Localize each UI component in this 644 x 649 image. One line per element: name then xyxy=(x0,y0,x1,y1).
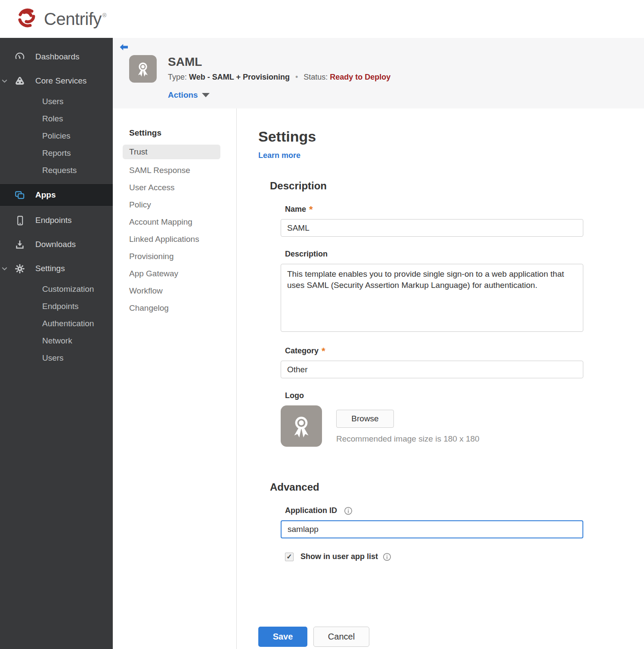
sidebar-item-label: Core Services xyxy=(35,76,87,86)
actions-label: Actions xyxy=(168,90,198,100)
subnav-item-provisioning[interactable]: Provisioning xyxy=(123,248,220,265)
subnav-item-policy[interactable]: Policy xyxy=(123,196,220,213)
logo-preview-badge-icon xyxy=(281,405,322,447)
sidebar-item-label: Users xyxy=(42,97,64,106)
sidebar-item-users[interactable]: Users xyxy=(0,93,113,110)
chevron-down-icon[interactable] xyxy=(1,77,8,84)
sidebar-item-label: Requests xyxy=(42,166,77,175)
name-field[interactable] xyxy=(281,219,583,237)
show-in-user-app-list-checkbox[interactable]: ✓ xyxy=(285,553,294,561)
cancel-button[interactable]: Cancel xyxy=(313,627,369,647)
subnav-item-linked-applications[interactable]: Linked Applications xyxy=(123,231,220,248)
sidebar-item-downloads[interactable]: Downloads xyxy=(0,232,113,257)
subnav-item-workflow[interactable]: Workflow xyxy=(123,282,220,300)
sidebar-item-reports[interactable]: Reports xyxy=(0,145,113,162)
subnav-item-app-gateway[interactable]: App Gateway xyxy=(123,265,220,282)
app-meta: Type: Web - SAML + Provisioning • Status… xyxy=(168,73,390,82)
description-section-heading: Description xyxy=(270,180,583,192)
sidebar-item-label: Apps xyxy=(35,190,56,200)
sidebar-item-label: Reports xyxy=(42,148,71,158)
type-value: Web - SAML + Provisioning xyxy=(189,73,290,81)
sidebar: Dashboards Core Services Users Roles xyxy=(0,38,113,649)
meta-separator: • xyxy=(295,73,298,81)
centrify-swirl-icon xyxy=(15,6,39,32)
required-asterisk: * xyxy=(322,349,325,353)
subnav-item-user-access[interactable]: User Access xyxy=(123,179,220,196)
description-field[interactable]: This template enables you to provide sin… xyxy=(281,264,583,332)
chevron-down-icon xyxy=(202,93,210,97)
logo-label: Logo xyxy=(285,391,304,400)
brand-wordmark: Centrify® xyxy=(44,9,106,29)
category-label: Category xyxy=(285,346,319,355)
apps-windows-icon xyxy=(14,189,25,201)
core-services-icon xyxy=(14,75,25,87)
description-label: Description xyxy=(285,250,328,259)
logo-size-hint: Recommended image size is 180 x 180 xyxy=(336,434,480,444)
check-icon: ✓ xyxy=(286,553,292,561)
name-label: Name xyxy=(285,205,306,214)
sidebar-item-users-settings[interactable]: Users xyxy=(0,349,113,367)
sidebar-item-core-services[interactable]: Core Services xyxy=(0,69,113,93)
sidebar-item-label: Network xyxy=(42,336,72,346)
sidebar-item-label: Endpoints xyxy=(42,302,79,311)
settings-form: Settings Learn more Description Name * D… xyxy=(237,108,583,649)
app-badge-icon xyxy=(129,55,157,83)
endpoint-phone-icon xyxy=(14,215,25,226)
info-icon[interactable] xyxy=(383,553,391,561)
sidebar-item-label: Dashboards xyxy=(35,52,79,62)
sidebar-item-dashboards[interactable]: Dashboards xyxy=(0,45,113,69)
sidebar-item-label: Roles xyxy=(42,114,63,124)
subnav-item-trust[interactable]: Trust xyxy=(123,145,220,159)
subnav-item-saml-response[interactable]: SAML Response xyxy=(123,162,220,179)
back-arrow-icon[interactable] xyxy=(119,42,129,53)
gear-icon xyxy=(14,263,25,274)
sidebar-item-label: Policies xyxy=(42,131,70,141)
save-button[interactable]: Save xyxy=(258,627,307,647)
subnav-item-changelog[interactable]: Changelog xyxy=(123,300,220,317)
dashboard-gauge-icon xyxy=(14,51,25,62)
sidebar-item-apps[interactable]: Apps xyxy=(0,184,113,206)
show-in-user-app-list-label: Show in user app list xyxy=(300,552,378,561)
download-icon xyxy=(14,239,25,250)
top-bar: Centrify® xyxy=(0,0,644,38)
sidebar-item-label: Customization xyxy=(42,284,94,294)
required-asterisk: * xyxy=(309,207,313,212)
registered-mark: ® xyxy=(102,12,106,19)
subnav-heading: Settings xyxy=(129,128,236,138)
advanced-section-heading: Advanced xyxy=(270,481,583,493)
sidebar-item-label: Authentication xyxy=(42,319,94,328)
category-field[interactable] xyxy=(281,361,583,378)
sidebar-item-customization[interactable]: Customization xyxy=(0,281,113,298)
sidebar-item-roles[interactable]: Roles xyxy=(0,110,113,127)
application-id-label: Application ID xyxy=(285,506,337,515)
sidebar-item-endpoints-settings[interactable]: Endpoints xyxy=(0,298,113,315)
chevron-down-icon[interactable] xyxy=(1,265,8,272)
type-label: Type: xyxy=(168,73,187,81)
status-label: Status: xyxy=(303,73,328,81)
sidebar-item-label: Settings xyxy=(35,264,65,273)
sidebar-item-network[interactable]: Network xyxy=(0,332,113,349)
sidebar-item-label: Downloads xyxy=(35,240,76,249)
sidebar-item-authentication[interactable]: Authentication xyxy=(0,315,113,332)
brand-logo: Centrify® xyxy=(15,6,106,32)
actions-dropdown[interactable]: Actions xyxy=(168,90,390,100)
sidebar-item-requests[interactable]: Requests xyxy=(0,162,113,179)
page-title: SAML xyxy=(168,55,390,69)
learn-more-link[interactable]: Learn more xyxy=(258,151,300,160)
browse-button[interactable]: Browse xyxy=(336,410,394,428)
sidebar-item-settings[interactable]: Settings xyxy=(0,257,113,281)
app-header: SAML Type: Web - SAML + Provisioning • S… xyxy=(113,38,644,108)
sidebar-item-label: Endpoints xyxy=(35,216,72,225)
form-title: Settings xyxy=(258,128,583,145)
application-id-field[interactable] xyxy=(281,520,583,538)
sidebar-item-endpoints[interactable]: Endpoints xyxy=(0,208,113,232)
subnav-item-account-mapping[interactable]: Account Mapping xyxy=(123,213,220,231)
info-icon[interactable] xyxy=(344,507,353,515)
status-badge: Ready to Deploy xyxy=(330,73,390,81)
sidebar-item-label: Users xyxy=(42,353,64,363)
settings-subnav: Settings Trust SAML Response User Access… xyxy=(113,108,237,649)
sidebar-item-policies[interactable]: Policies xyxy=(0,127,113,145)
